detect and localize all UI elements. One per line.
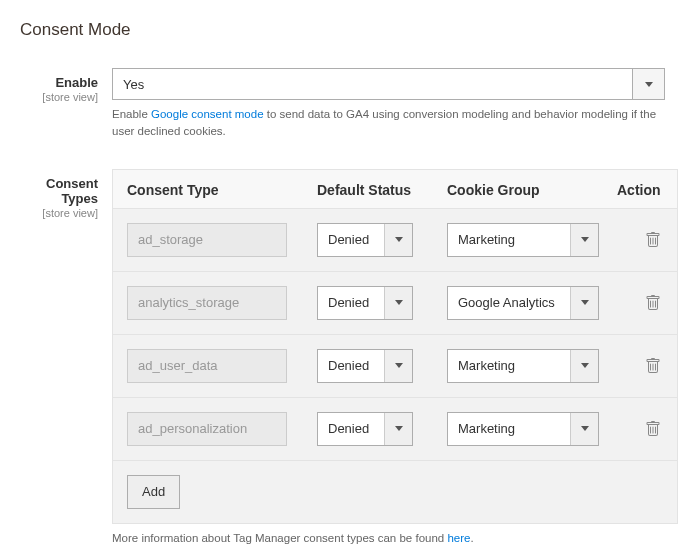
enable-label-wrap: Enable [store view] <box>20 68 112 103</box>
chevron-down-icon <box>570 224 598 256</box>
footer-note: More information about Tag Manager conse… <box>112 532 678 544</box>
chevron-down-icon <box>570 287 598 319</box>
default-status-select[interactable]: Denied <box>317 349 413 383</box>
consent-type-input: analytics_storage <box>127 286 287 320</box>
header-default-status: Default Status <box>317 182 447 198</box>
consent-types-label: Consent Types <box>46 176 98 206</box>
status-value: Denied <box>318 232 369 247</box>
cookie-group-select[interactable]: Marketing <box>447 349 599 383</box>
more-info-link[interactable]: here <box>447 532 470 544</box>
add-row-section: Add <box>113 460 677 523</box>
trash-icon[interactable] <box>645 295 661 311</box>
consent-types-row: Consent Types [store view] Consent Type … <box>20 169 665 544</box>
consent-type-input: ad_personalization <box>127 412 287 446</box>
table-row: analytics_storageDeniedGoogle Analytics <box>113 271 677 334</box>
table-row: ad_user_dataDeniedMarketing <box>113 334 677 397</box>
consent-types-label-wrap: Consent Types [store view] <box>20 169 112 219</box>
chevron-down-icon <box>384 287 412 319</box>
chevron-down-icon <box>384 350 412 382</box>
status-value: Denied <box>318 421 369 436</box>
consent-types-table: Consent Type Default Status Cookie Group… <box>112 169 678 524</box>
chevron-down-icon <box>384 224 412 256</box>
google-consent-mode-link[interactable]: Google consent mode <box>151 108 264 120</box>
section-title: Consent Mode <box>20 20 665 40</box>
consent-type-input: ad_user_data <box>127 349 287 383</box>
status-value: Denied <box>318 358 369 373</box>
chevron-down-icon <box>632 69 664 99</box>
chevron-down-icon <box>570 413 598 445</box>
default-status-select[interactable]: Denied <box>317 412 413 446</box>
table-header: Consent Type Default Status Cookie Group… <box>113 170 677 208</box>
enable-scope: [store view] <box>20 91 98 103</box>
status-value: Denied <box>318 295 369 310</box>
trash-icon[interactable] <box>645 232 661 248</box>
trash-icon[interactable] <box>645 358 661 374</box>
group-value: Marketing <box>448 358 515 373</box>
header-cookie-group: Cookie Group <box>447 182 617 198</box>
consent-type-input: ad_storage <box>127 223 287 257</box>
chevron-down-icon <box>384 413 412 445</box>
cookie-group-select[interactable]: Marketing <box>447 412 599 446</box>
header-consent-type: Consent Type <box>127 182 317 198</box>
enable-select-value: Yes <box>123 77 144 92</box>
trash-icon[interactable] <box>645 421 661 437</box>
enable-note: Enable Google consent mode to send data … <box>112 106 665 141</box>
cookie-group-select[interactable]: Marketing <box>447 223 599 257</box>
default-status-select[interactable]: Denied <box>317 223 413 257</box>
default-status-select[interactable]: Denied <box>317 286 413 320</box>
table-row: ad_storageDeniedMarketing <box>113 208 677 271</box>
table-row: ad_personalizationDeniedMarketing <box>113 397 677 460</box>
group-value: Google Analytics <box>448 295 555 310</box>
cookie-group-select[interactable]: Google Analytics <box>447 286 599 320</box>
chevron-down-icon <box>570 350 598 382</box>
consent-types-scope: [store view] <box>20 207 98 219</box>
header-action: Action <box>617 182 663 198</box>
enable-label: Enable <box>55 75 98 90</box>
enable-select[interactable]: Yes <box>112 68 665 100</box>
group-value: Marketing <box>448 421 515 436</box>
group-value: Marketing <box>448 232 515 247</box>
add-button[interactable]: Add <box>127 475 180 509</box>
enable-field-row: Enable [store view] Yes Enable Google co… <box>20 68 665 141</box>
